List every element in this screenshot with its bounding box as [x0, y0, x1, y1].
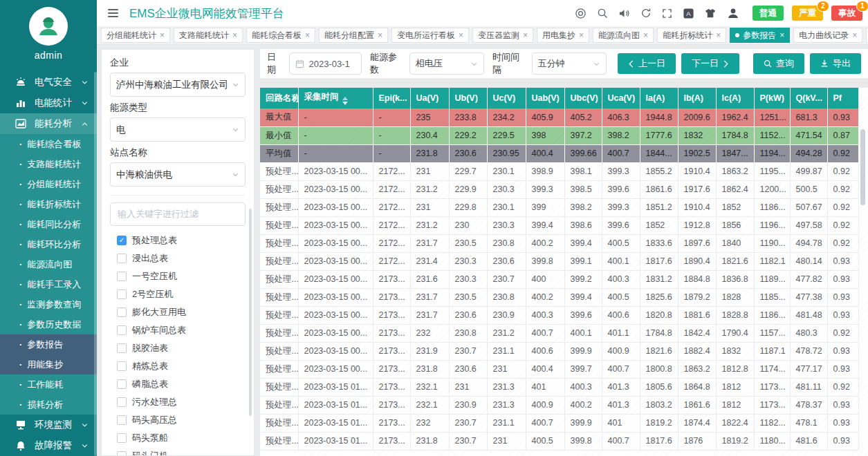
tab-变压器监测[interactable]: 变压器监测×: [472, 28, 533, 43]
tab-参数报告[interactable]: 参数报告×: [730, 28, 790, 43]
emoji-icon[interactable]: [575, 8, 587, 19]
sort-icon[interactable]: [342, 97, 348, 105]
circuit-item[interactable]: 2号空压机: [110, 285, 246, 303]
refresh-icon[interactable]: [640, 8, 652, 19]
tab-close-icon[interactable]: ×: [232, 30, 237, 40]
keyword-filter-input[interactable]: 输入关键字进行过滤: [110, 202, 246, 226]
sort-desc-icon[interactable]: [342, 102, 348, 105]
tab-close-icon[interactable]: ×: [160, 30, 165, 40]
submenu-能源流向图[interactable]: ·能源流向图: [0, 254, 97, 274]
checkbox-unchecked[interactable]: [117, 343, 127, 353]
checkbox-unchecked[interactable]: [117, 361, 127, 371]
tab-close-icon[interactable]: ×: [305, 30, 310, 40]
tab-close-icon[interactable]: ×: [779, 30, 784, 40]
param-select[interactable]: 相电压: [409, 53, 484, 75]
user-icon[interactable]: [727, 7, 739, 19]
circuit-item[interactable]: 膨化大豆用电: [110, 303, 246, 321]
submenu-能耗综合看板[interactable]: ·能耗综合看板: [0, 134, 97, 154]
tab-close-icon[interactable]: ×: [579, 30, 584, 40]
tab-支路能耗统计[interactable]: 支路能耗统计×: [174, 28, 243, 43]
checkbox-unchecked[interactable]: [117, 433, 127, 443]
table-row[interactable]: 预处理...2023-03-15 00...2172...231.7230.52…: [260, 234, 858, 252]
company-select[interactable]: 泸州中海粮油工业有限公司: [110, 73, 246, 97]
table-row[interactable]: 预处理...2023-03-15 01...2173...232.1231231…: [260, 378, 858, 396]
table-row[interactable]: 预处理...2023-03-15 00...2172...231229.8230…: [260, 198, 858, 216]
circuit-item[interactable]: ✓预处理总表: [110, 231, 246, 249]
sidebar-scrollbar[interactable]: [94, 72, 97, 456]
checkbox-unchecked[interactable]: [117, 397, 127, 407]
circuit-item[interactable]: 精炼总表: [110, 357, 246, 375]
avatar[interactable]: [29, 7, 68, 46]
submenu-支路能耗统计[interactable]: ·支路能耗统计: [0, 154, 97, 174]
tab-close-icon[interactable]: ×: [852, 30, 857, 40]
table-row[interactable]: 预处理...2023-03-15 00...2172...231.2229.92…: [260, 180, 858, 198]
table-row[interactable]: 预处理...2023-03-15 00...2173...231.7230.62…: [260, 306, 858, 324]
summary-row-最小值[interactable]: 最小值--230.4229.2229.5398397.2398.21777.61…: [260, 126, 858, 144]
table-row[interactable]: 预处理...2023-03-15 01...2173...232.1230.92…: [260, 396, 858, 414]
circuit-list-scrollbar[interactable]: [249, 209, 252, 416]
station-select[interactable]: 中海粮油供电: [110, 162, 246, 187]
font-size-icon[interactable]: A: [683, 8, 694, 19]
checkbox-checked[interactable]: ✓: [117, 236, 127, 245]
fullscreen-icon[interactable]: [662, 8, 672, 19]
vertical-scrollbar[interactable]: [860, 129, 865, 205]
circuit-item[interactable]: 码头门机: [110, 447, 246, 456]
submenu-能耗手工录入[interactable]: ·能耗手工录入: [0, 274, 97, 294]
circuit-item[interactable]: 一号空压机: [110, 267, 246, 285]
summary-row-平均值[interactable]: 平均值--231.8230.6230.95400.4399.66400.7184…: [260, 144, 858, 162]
table-row[interactable]: 预处理...2023-03-15 00...2173...231.8230.62…: [260, 360, 858, 378]
sort-asc-icon[interactable]: [342, 97, 348, 100]
circuit-item[interactable]: 锅炉车间总表: [110, 321, 246, 339]
tab-close-icon[interactable]: ×: [378, 30, 382, 40]
query-button[interactable]: 查询: [753, 53, 804, 74]
table-row[interactable]: 预处理...2023-03-15 00...2172...231229.7230…: [260, 162, 858, 180]
summary-row-最大值[interactable]: 最大值--235233.8234.2405.9405.2406.31944.82…: [260, 108, 858, 126]
table-row[interactable]: 预处理...2023-03-15 01...2173...231.8230.72…: [260, 432, 858, 450]
submenu-参数报告[interactable]: ·参数报告: [0, 334, 97, 354]
checkbox-unchecked[interactable]: [117, 451, 127, 456]
circuit-item[interactable]: 脱胶油表: [110, 339, 246, 357]
menu-环境监测[interactable]: 环境监测: [0, 415, 97, 435]
prev-day-button[interactable]: 上一日: [618, 53, 676, 74]
theme-icon[interactable]: [705, 8, 717, 19]
menu-电气安全[interactable]: 电气安全: [0, 72, 97, 93]
alarm-badge-事故[interactable]: 事故1: [831, 6, 862, 21]
tab-变电所运行看板[interactable]: 变电所运行看板×: [391, 28, 469, 43]
alarm-badge-严重[interactable]: 严重2: [792, 6, 823, 21]
checkbox-unchecked[interactable]: [117, 379, 127, 389]
energy-type-select[interactable]: 电: [110, 117, 246, 142]
submenu-能耗环比分析[interactable]: ·能耗环比分析: [0, 234, 97, 254]
tab-用电集抄[interactable]: 用电集抄×: [537, 28, 589, 43]
table-row[interactable]: 预处理...2023-03-15 00...2172...231.2230230…: [260, 216, 858, 234]
checkbox-unchecked[interactable]: [117, 307, 127, 317]
checkbox-unchecked[interactable]: [117, 325, 127, 335]
tab-close-icon[interactable]: ×: [459, 30, 463, 40]
menu-故障报警[interactable]: 故障报警: [0, 435, 97, 456]
tab-close-icon[interactable]: ×: [523, 30, 528, 40]
interval-select[interactable]: 五分钟: [532, 53, 607, 75]
tab-能耗综合看板[interactable]: 能耗综合看板×: [246, 28, 315, 43]
tab-电力曲线记录[interactable]: 电力曲线记录×: [793, 28, 862, 43]
table-row[interactable]: 预处理...2023-03-15 01...2173...232230.7231…: [260, 414, 858, 432]
tab-能耗折标统计[interactable]: 能耗折标统计×: [657, 28, 726, 43]
submenu-用能集抄[interactable]: ·用能集抄: [0, 354, 97, 374]
col-采集时间[interactable]: 采集时间: [298, 88, 373, 108]
menu-能耗分析[interactable]: 能耗分析: [0, 113, 97, 134]
table-row[interactable]: 预处理...2023-03-15 00...2173...231.7230.52…: [260, 288, 858, 306]
checkbox-unchecked[interactable]: [117, 415, 127, 425]
submenu-损耗分析[interactable]: ·损耗分析: [0, 395, 97, 415]
circuit-item[interactable]: 污水处理总: [110, 393, 246, 411]
submenu-能耗同比分析[interactable]: ·能耗同比分析: [0, 214, 97, 234]
export-button[interactable]: 导出: [810, 53, 861, 74]
checkbox-unchecked[interactable]: [117, 289, 127, 299]
alarm-badge-普通[interactable]: 普通: [752, 6, 784, 21]
circuit-item[interactable]: 码头高压总: [110, 411, 246, 429]
checkbox-unchecked[interactable]: [117, 272, 127, 281]
submenu-工作能耗[interactable]: ·工作能耗: [0, 374, 97, 395]
next-day-button[interactable]: 下一日: [681, 53, 739, 74]
tab-能耗分组配置[interactable]: 能耗分组配置×: [319, 28, 388, 43]
submenu-能耗折标统计[interactable]: ·能耗折标统计: [0, 194, 97, 214]
tab-close-icon[interactable]: ×: [716, 30, 721, 40]
circuit-item[interactable]: 浸出总表: [110, 249, 246, 267]
date-input[interactable]: 2023-03-1: [289, 53, 361, 75]
